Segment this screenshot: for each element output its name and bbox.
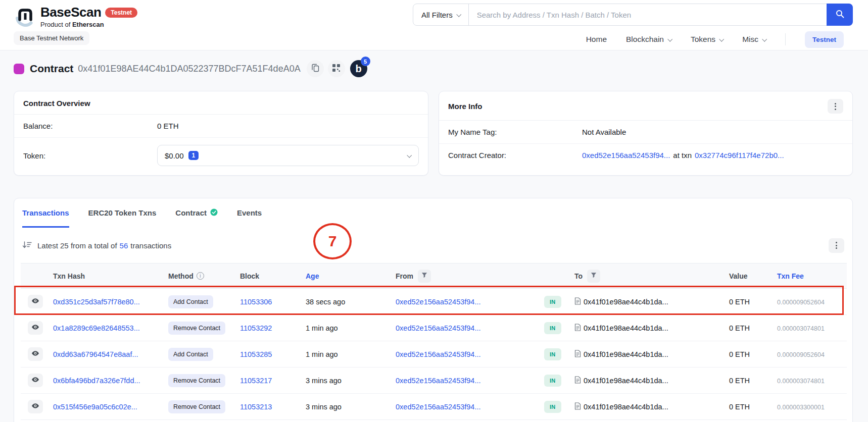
copy-address-button[interactable]: [307, 60, 324, 77]
token-dropdown[interactable]: $0.00 1: [157, 145, 419, 166]
eye-column-header: [21, 263, 53, 289]
more-info-card: More Info My Name Tag: Not Available Con…: [439, 91, 853, 176]
from-address-link[interactable]: 0xed52e156aa52453f94...: [396, 298, 481, 306]
nav-misc[interactable]: Misc: [742, 35, 766, 44]
basescan-logo-icon: [14, 5, 37, 29]
creator-txn-link[interactable]: 0x32774c96f117f4e72b0...: [695, 151, 784, 160]
verified-check-icon: [210, 208, 218, 218]
all-filters-dropdown[interactable]: All Filters: [413, 4, 469, 25]
preview-txn-button[interactable]: [28, 321, 43, 335]
summary-prefix: Latest 25 from a total of: [37, 241, 117, 250]
tab-transactions[interactable]: Transactions: [22, 198, 69, 228]
method-badge[interactable]: Add Contact: [168, 348, 213, 361]
to-address-text[interactable]: 0x41f01e98ae44c4b1da...: [584, 377, 668, 385]
preview-txn-button[interactable]: [28, 347, 43, 361]
txn-fee-toggle-link[interactable]: Txn Fee: [777, 272, 804, 280]
block-link[interactable]: 11053285: [240, 350, 272, 358]
block-link[interactable]: 11053306: [240, 298, 272, 306]
method-badge[interactable]: Add Contact: [168, 295, 213, 308]
contract-file-icon: [574, 402, 581, 411]
block-link[interactable]: 11053213: [240, 403, 272, 411]
creator-connector: at txn: [673, 151, 692, 160]
tab-erc20-token-txns[interactable]: ERC20 Token Txns: [88, 198, 157, 228]
from-filter-button[interactable]: [418, 270, 431, 283]
txn-hash-link[interactable]: 0x515f456e9a05c6c02e...: [53, 403, 137, 411]
testnet-network-button[interactable]: Testnet: [805, 31, 844, 48]
tab-contract[interactable]: Contract: [175, 198, 218, 228]
to-filter-button[interactable]: [587, 270, 600, 283]
block-link[interactable]: 11053292: [240, 324, 272, 332]
name-tag-value: Not Available: [582, 128, 626, 136]
token-row: Token: $0.00 1: [14, 137, 428, 173]
txn-hash-link[interactable]: 0x1a8289c69e82648553...: [53, 324, 140, 332]
search-input[interactable]: [469, 4, 827, 25]
block-link[interactable]: 11053217: [240, 377, 272, 385]
total-transactions-link[interactable]: 56: [120, 241, 128, 250]
eye-icon: [31, 402, 39, 411]
to-address-text[interactable]: 0x41f01e98ae44c4b1da...: [584, 324, 668, 332]
txn-hash-link[interactable]: 0x6bfa496bd7a326e7fdd...: [53, 377, 140, 385]
txn-fee-text: 0.000003300001: [777, 404, 825, 411]
to-address-text[interactable]: 0x41f01e98ae44c4b1da...: [584, 350, 668, 358]
from-address-link[interactable]: 0xed52e156aa52453f94...: [396, 324, 481, 332]
from-address-link[interactable]: 0xed52e156aa52453f94...: [396, 350, 481, 358]
transaction-row: 0x515f456e9a05c6c02e... Remove Contact 1…: [21, 394, 847, 420]
nav-tokens[interactable]: Tokens: [691, 35, 723, 44]
to-address-text[interactable]: 0x41f01e98ae44c4b1da...: [584, 298, 668, 306]
value-text: 0 ETH: [729, 403, 750, 411]
direction-badge: IN: [544, 375, 561, 387]
nav-blockchain[interactable]: Blockchain: [626, 35, 671, 44]
eye-icon: [31, 376, 39, 385]
method-info-icon[interactable]: [197, 272, 204, 280]
method-badge[interactable]: Remove Contact: [168, 322, 225, 335]
qr-code-button[interactable]: [328, 60, 345, 77]
chevron-down-icon: [719, 36, 724, 41]
value-text: 0 ETH: [729, 298, 750, 306]
to-address-text[interactable]: 0x41f01e98ae44c4b1da...: [584, 403, 668, 411]
blockscan-chat-button[interactable]: b 5: [350, 60, 367, 77]
tab-events[interactable]: Events: [237, 198, 262, 228]
logo-subtitle: Product of Etherscan: [40, 21, 137, 28]
txn-hash-link[interactable]: 0xd351c25d3af57f78e80...: [53, 298, 140, 306]
basescan-logo[interactable]: BaseScan Testnet Product of Etherscan: [14, 5, 137, 29]
age-text: 1 min ago: [306, 350, 338, 358]
col-block: Block: [240, 263, 306, 289]
token-label: Token:: [23, 151, 157, 160]
preview-txn-button[interactable]: [28, 400, 43, 413]
search-button[interactable]: [827, 4, 853, 26]
txn-hash-link[interactable]: 0xdd63a67964547e8aaf...: [53, 350, 138, 358]
method-badge[interactable]: Remove Contact: [168, 400, 225, 413]
more-info-options-button[interactable]: [828, 99, 843, 114]
contract-overview-card: Contract Overview Balance: 0 ETH Token: …: [14, 91, 428, 176]
transaction-row: 0xd351c25d3af57f78e80... Add Contact 110…: [21, 289, 847, 315]
contract-file-icon: [574, 376, 581, 385]
creator-address-link[interactable]: 0xed52e156aa52453f94...: [582, 151, 670, 160]
col-method: Method: [168, 263, 240, 289]
table-options-button[interactable]: [829, 238, 844, 253]
sort-icon: [22, 241, 32, 250]
age-text: 38 secs ago: [306, 298, 345, 306]
nav-home[interactable]: Home: [586, 35, 607, 44]
age-toggle-link[interactable]: Age: [306, 272, 319, 280]
preview-txn-button[interactable]: [28, 374, 43, 387]
transactions-card: Transactions ERC20 Token Txns Contract E…: [14, 198, 853, 422]
txn-fee-text: 0.000009052604: [777, 351, 825, 358]
from-address-link[interactable]: 0xed52e156aa52453f94...: [396, 377, 481, 385]
search-icon: [836, 10, 844, 20]
chevron-down-icon: [762, 36, 767, 41]
contract-file-icon: [574, 297, 581, 306]
col-from: From: [396, 263, 544, 289]
from-address-link[interactable]: 0xed52e156aa52453f94...: [396, 403, 481, 411]
balance-label: Balance:: [23, 122, 157, 130]
method-badge[interactable]: Remove Contact: [168, 374, 225, 387]
network-pill: Base Testnet Network: [14, 31, 89, 45]
table-header-row: Txn Hash Method Block Age From To Value …: [21, 263, 847, 289]
contract-file-icon: [574, 350, 581, 359]
col-txn-fee: Txn Fee: [777, 263, 847, 289]
contract-creator-label: Contract Creator:: [448, 151, 582, 160]
preview-txn-button[interactable]: [28, 295, 43, 308]
name-tag-label: My Name Tag:: [448, 128, 582, 136]
transaction-row: 0xdd63a67964547e8aaf... Add Contact 1105…: [21, 341, 847, 367]
brand-name: BaseScan: [40, 5, 101, 20]
site-header: BaseScan Testnet Product of Etherscan Ba…: [0, 0, 868, 50]
